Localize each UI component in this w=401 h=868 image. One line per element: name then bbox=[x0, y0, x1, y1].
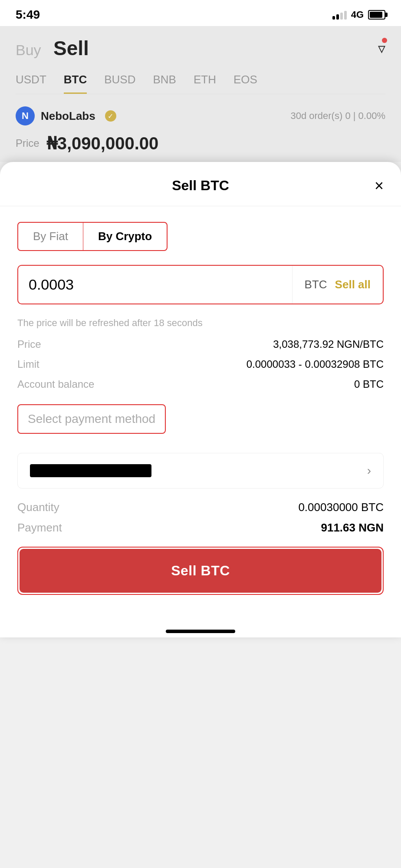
modal-title: Sell BTC bbox=[172, 178, 229, 194]
redacted-account-info bbox=[30, 464, 151, 477]
background-section: Buy Sell ▿ USDT BTC BUSD BNB ETH EOS N N… bbox=[0, 26, 401, 162]
buy-sell-header: Buy Sell ▿ bbox=[16, 36, 385, 60]
merchant-row: N NeboLabs ✓ 30d order(s) 0 | 0.00% bbox=[16, 106, 385, 125]
status-time: 5:49 bbox=[16, 8, 40, 22]
verified-badge: ✓ bbox=[105, 110, 116, 122]
modal-header: Sell BTC × bbox=[0, 162, 401, 206]
info-row-balance: Account balance 0 BTC bbox=[17, 378, 384, 390]
price-value: ₦3,090,000.00 bbox=[46, 133, 159, 153]
sell-label: Sell bbox=[53, 37, 89, 59]
status-bar: 5:49 4G bbox=[0, 0, 401, 26]
tab-btc[interactable]: BTC bbox=[64, 73, 87, 94]
payment-summary-label: Payment bbox=[17, 521, 62, 535]
tab-eos[interactable]: EOS bbox=[233, 73, 257, 94]
price-label: Price bbox=[16, 137, 39, 149]
amount-currency: BTC bbox=[305, 278, 327, 291]
avatar: N bbox=[16, 106, 35, 125]
modal-overlay: Sell BTC × By Fiat By Crypto BTC Sell al… bbox=[0, 162, 401, 637]
balance-info-value: 0 BTC bbox=[354, 378, 384, 390]
summary-section: Quantity 0.00030000 BTC Payment 911.63 N… bbox=[17, 501, 384, 535]
price-info-label: Price bbox=[17, 338, 41, 350]
payment-method-row[interactable]: › bbox=[17, 453, 384, 488]
quantity-summary-value: 0.00030000 BTC bbox=[298, 501, 384, 514]
limit-info-label: Limit bbox=[17, 358, 39, 370]
modal-content: By Fiat By Crypto BTC Sell all The price… bbox=[0, 206, 401, 623]
refresh-text: The price will be refreshed after 18 sec… bbox=[17, 317, 384, 329]
limit-info-value: 0.0000033 - 0.00032908 BTC bbox=[247, 358, 384, 370]
sell-button-wrapper: Sell BTC bbox=[17, 547, 384, 595]
price-info-value: 3,038,773.92 NGN/BTC bbox=[273, 338, 384, 350]
status-icons: 4G bbox=[332, 9, 385, 20]
amount-right: BTC Sell all bbox=[292, 266, 383, 304]
tab-bnb[interactable]: BNB bbox=[153, 73, 176, 94]
select-payment-label: Select payment method bbox=[17, 404, 166, 434]
payment-type-toggle: By Fiat By Crypto bbox=[17, 222, 168, 251]
sell-all-button[interactable]: Sell all bbox=[335, 278, 371, 291]
by-crypto-button[interactable]: By Crypto bbox=[83, 223, 167, 250]
payment-method-info bbox=[30, 464, 367, 477]
close-icon[interactable]: × bbox=[375, 177, 384, 195]
summary-row-quantity: Quantity 0.00030000 BTC bbox=[17, 501, 384, 514]
info-section: Price 3,038,773.92 NGN/BTC Limit 0.00000… bbox=[17, 338, 384, 390]
tab-eth[interactable]: ETH bbox=[194, 73, 216, 94]
network-label: 4G bbox=[351, 9, 364, 20]
price-row: Price ₦3,090,000.00 bbox=[16, 133, 385, 153]
home-indicator bbox=[0, 623, 401, 637]
info-row-limit: Limit 0.0000033 - 0.00032908 BTC bbox=[17, 358, 384, 370]
battery-icon bbox=[368, 10, 385, 20]
home-bar bbox=[166, 630, 235, 633]
buy-sell-labels: Buy Sell bbox=[16, 36, 89, 60]
order-stats: 30d order(s) 0 | 0.00% bbox=[290, 110, 385, 122]
tab-usdt[interactable]: USDT bbox=[16, 73, 46, 94]
signal-icon bbox=[332, 10, 347, 20]
tab-busd[interactable]: BUSD bbox=[104, 73, 135, 94]
amount-input-row: BTC Sell all bbox=[17, 265, 384, 304]
merchant-info: N NeboLabs ✓ bbox=[16, 106, 116, 125]
by-fiat-button[interactable]: By Fiat bbox=[18, 223, 83, 250]
quantity-summary-label: Quantity bbox=[17, 501, 59, 514]
payment-summary-value: 911.63 NGN bbox=[321, 521, 384, 535]
chevron-right-icon: › bbox=[367, 464, 371, 478]
sell-btc-button[interactable]: Sell BTC bbox=[20, 549, 381, 593]
balance-info-label: Account balance bbox=[17, 378, 94, 390]
info-row-price: Price 3,038,773.92 NGN/BTC bbox=[17, 338, 384, 350]
amount-input[interactable] bbox=[29, 276, 282, 293]
amount-input-wrap bbox=[18, 266, 292, 304]
merchant-name: NeboLabs bbox=[41, 109, 95, 123]
crypto-tabs: USDT BTC BUSD BNB ETH EOS bbox=[16, 73, 385, 94]
buy-label: Buy bbox=[16, 42, 41, 58]
summary-row-payment: Payment 911.63 NGN bbox=[17, 521, 384, 535]
filter-icon[interactable]: ▿ bbox=[378, 40, 385, 57]
